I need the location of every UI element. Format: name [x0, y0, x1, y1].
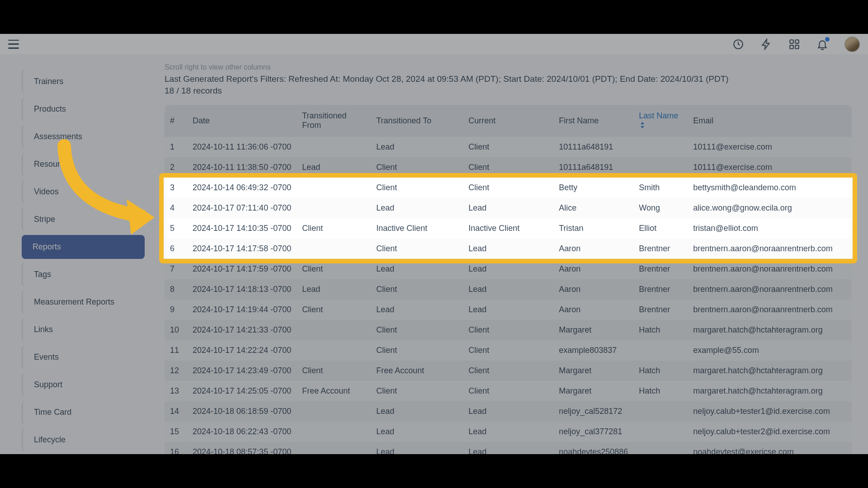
- cell-tt: Client: [371, 157, 463, 178]
- cell-email: margaret.hatch@hctahteragram.org: [688, 361, 852, 381]
- hamburger-icon[interactable]: [8, 40, 19, 49]
- scroll-hint: Scroll right to view other columns: [165, 63, 852, 71]
- svg-rect-2: [795, 40, 799, 43]
- cell-tf: Lead: [297, 279, 371, 300]
- table-row[interactable]: 132024-10-17 14:25:05 -0700Free AccountC…: [165, 381, 852, 401]
- table-row[interactable]: 52024-10-17 14:10:35 -0700ClientInactive…: [165, 218, 852, 239]
- cell-tf: [297, 442, 371, 454]
- sidebar-item-videos[interactable]: Videos: [22, 180, 145, 204]
- cell-email: brentnern.aaron@noraanrentnerb.com: [688, 259, 852, 279]
- sidebar-item-stripe[interactable]: Stripe: [22, 207, 145, 231]
- cell-cur: Lead: [463, 442, 553, 454]
- sidebar-item-tags[interactable]: Tags: [22, 263, 145, 286]
- cell-idx: 13: [165, 381, 187, 401]
- cell-ln: [633, 137, 688, 157]
- clock-icon[interactable]: [732, 38, 744, 50]
- cell-idx: 9: [165, 300, 187, 320]
- record-count: 18 / 18 records: [165, 86, 852, 96]
- cell-fn: example803837: [553, 340, 633, 361]
- cell-date: 2024-10-17 14:21:33 -0700: [187, 320, 297, 340]
- cell-email: 10111@exercise.com: [688, 137, 852, 157]
- sidebar-item-links[interactable]: Links: [22, 318, 145, 342]
- cell-tt: Client: [371, 178, 463, 198]
- cell-date: 2024-10-17 14:19:44 -0700: [187, 300, 297, 320]
- cell-idx: 12: [165, 361, 187, 381]
- cell-ln: [633, 340, 688, 361]
- column-header[interactable]: First Name: [553, 105, 633, 137]
- table-row[interactable]: 112024-10-17 14:22:24 -0700ClientCliente…: [165, 340, 852, 361]
- cell-idx: 16: [165, 442, 187, 454]
- apps-grid-icon[interactable]: [788, 38, 800, 50]
- cell-cur: Lead: [463, 401, 553, 422]
- cell-ln: [633, 157, 688, 178]
- table-row[interactable]: 22024-10-11 11:38:50 -0700LeadClientClie…: [165, 157, 852, 178]
- cell-date: 2024-10-18 08:57:35 -0700: [187, 442, 297, 454]
- topbar: [0, 34, 868, 54]
- table-row[interactable]: 12024-10-11 11:36:06 -0700LeadClient1011…: [165, 137, 852, 157]
- avatar[interactable]: [844, 37, 860, 52]
- cell-tf: [297, 401, 371, 422]
- cell-tt: Lead: [371, 259, 463, 279]
- table-row[interactable]: 32024-10-14 06:49:32 -0700ClientClientBe…: [165, 178, 852, 198]
- cell-cur: Client: [463, 178, 553, 198]
- sidebar-item-products[interactable]: Products: [22, 97, 145, 121]
- cell-tt: Lead: [371, 300, 463, 320]
- cell-tt: Inactive Client: [371, 218, 463, 239]
- table-row[interactable]: 72024-10-17 14:17:59 -0700ClientLeadLead…: [165, 259, 852, 279]
- cell-ln: Brentner: [633, 300, 688, 320]
- table-row[interactable]: 62024-10-17 14:17:58 -0700ClientLeadAaro…: [165, 239, 852, 259]
- cell-tt: Free Account: [371, 361, 463, 381]
- table-row[interactable]: 152024-10-18 06:22:43 -0700LeadLeadneljo…: [165, 422, 852, 442]
- cell-tf: Free Account: [297, 381, 371, 401]
- column-header[interactable]: Last Name: [633, 105, 688, 137]
- table-row[interactable]: 122024-10-17 14:23:49 -0700ClientFree Ac…: [165, 361, 852, 381]
- column-header[interactable]: Transitioned To: [371, 105, 463, 137]
- cell-idx: 5: [165, 218, 187, 239]
- table-row[interactable]: 162024-10-18 08:57:35 -0700LeadLeadnoahd…: [165, 442, 852, 454]
- cell-idx: 4: [165, 198, 187, 218]
- cell-email: 10111@exercise.com: [688, 157, 852, 178]
- column-header[interactable]: Date: [187, 105, 297, 137]
- cell-tt: Client: [371, 381, 463, 401]
- table-row[interactable]: 92024-10-17 14:19:44 -0700ClientLeadLead…: [165, 300, 852, 320]
- cell-fn: neljoy_cal377281: [553, 422, 633, 442]
- sidebar-item-support[interactable]: Support: [22, 373, 145, 397]
- table-row[interactable]: 142024-10-18 06:18:59 -0700LeadLeadneljo…: [165, 401, 852, 422]
- sidebar-item-time-card[interactable]: Time Card: [22, 400, 145, 424]
- sidebar-item-reports[interactable]: Reports: [22, 235, 145, 259]
- cell-email: brentnern.aaron@noraanrentnerb.com: [688, 239, 852, 259]
- column-header[interactable]: Current: [463, 105, 553, 137]
- lightning-icon[interactable]: [760, 38, 772, 50]
- cell-email: margaret.hatch@hctahteragram.org: [688, 381, 852, 401]
- cell-fn: Betty: [553, 178, 633, 198]
- cell-tt: Client: [371, 279, 463, 300]
- cell-idx: 8: [165, 279, 187, 300]
- column-header[interactable]: Email: [688, 105, 852, 137]
- cell-email: brentnern.aaron@noraanrentnerb.com: [688, 279, 852, 300]
- table-row[interactable]: 42024-10-17 07:11:40 -0700LeadLeadAliceW…: [165, 198, 852, 218]
- svg-rect-4: [795, 45, 799, 49]
- sidebar-item-events[interactable]: Events: [22, 345, 145, 369]
- column-header[interactable]: #: [165, 105, 187, 137]
- cell-tt: Client: [371, 320, 463, 340]
- letterbox-bottom: [0, 454, 868, 488]
- cell-tf: Client: [297, 361, 371, 381]
- cell-cur: Client: [463, 137, 553, 157]
- cell-tf: Client: [297, 300, 371, 320]
- bell-icon[interactable]: [816, 38, 828, 50]
- cell-fn: 10111a648191: [553, 157, 633, 178]
- cell-idx: 11: [165, 340, 187, 361]
- cell-tf: [297, 137, 371, 157]
- table-row[interactable]: 102024-10-17 14:21:33 -0700ClientClientM…: [165, 320, 852, 340]
- cell-cur: Lead: [463, 259, 553, 279]
- cell-date: 2024-10-17 14:17:58 -0700: [187, 239, 297, 259]
- sidebar-item-trainers[interactable]: Trainers: [22, 70, 145, 94]
- sidebar-item-assessments[interactable]: Assessments: [22, 125, 145, 149]
- sidebar-item-resources[interactable]: Resources: [22, 152, 145, 176]
- column-header[interactable]: Transitioned From: [297, 105, 371, 137]
- cell-fn: Margaret: [553, 320, 633, 340]
- sidebar-item-lifecycle[interactable]: Lifecycle: [22, 428, 145, 452]
- main-content: Scroll right to view other columns Last …: [148, 54, 868, 454]
- table-row[interactable]: 82024-10-17 14:18:13 -0700LeadClientLead…: [165, 279, 852, 300]
- sidebar-item-measurement-reports[interactable]: Measurement Reports: [22, 290, 145, 314]
